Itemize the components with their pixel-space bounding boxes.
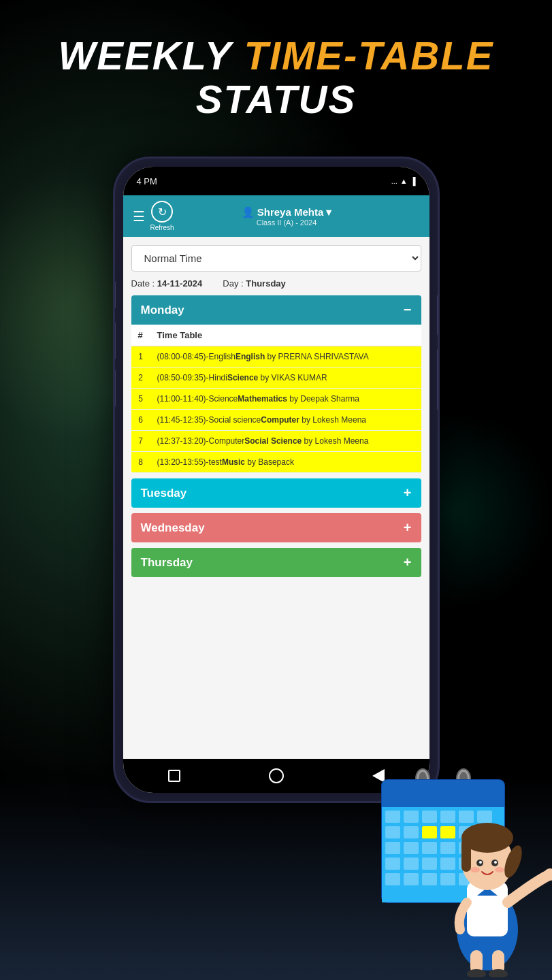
refresh-icon: ↻ — [151, 201, 173, 223]
status-time: 4 PM — [137, 176, 157, 186]
nav-square-icon — [168, 770, 180, 782]
user-class: Class II (A) - 2024 — [257, 218, 317, 227]
app-content: Normal Time Extended Time Short Day Date… — [123, 237, 429, 762]
nav-home-button[interactable] — [267, 766, 286, 785]
title-status: STATUS — [0, 78, 552, 121]
table-row: 6 (11:45-12:35)-Social scienceComputer b… — [131, 410, 421, 431]
svg-point-42 — [489, 969, 508, 977]
tuesday-label: Tuesday — [141, 487, 187, 500]
user-icon: 👤 — [242, 206, 255, 218]
wednesday-toggle[interactable]: + — [404, 520, 412, 536]
svg-rect-14 — [385, 826, 400, 838]
day-section-tuesday: Tuesday + — [131, 478, 421, 508]
phone-btn-vol-up — [113, 281, 116, 308]
table-row: 2 (08:50-09:35)-HindiScience by VIKAS KU… — [131, 368, 421, 389]
app-header: ☰ ↻ Refresh 👤 Shreya Mehta ▾ Class II (A… — [123, 195, 429, 237]
refresh-button[interactable]: ↻ Refresh — [150, 201, 174, 231]
status-icons: ... ▲ ▐ — [391, 177, 416, 185]
row-num: 7 — [131, 431, 150, 452]
user-name: 👤 Shreya Mehta ▾ — [242, 206, 332, 218]
svg-rect-26 — [385, 858, 400, 870]
dropdown-wrapper: Normal Time Extended Time Short Day — [131, 245, 421, 272]
svg-point-51 — [479, 861, 482, 864]
hamburger-icon[interactable]: ☰ — [133, 208, 145, 225]
header-left: ☰ ↻ Refresh — [133, 201, 174, 231]
page-title: WEEKLY TIME-TABLE STATUS — [0, 34, 552, 121]
day-label: Day : — [223, 278, 243, 289]
col-timetable-header: Time Table — [150, 325, 421, 346]
refresh-label: Refresh — [150, 224, 174, 231]
svg-point-53 — [470, 867, 480, 872]
svg-point-52 — [494, 861, 497, 864]
phone-container: 4 PM ... ▲ ▐ ☰ ↻ Refresh — [113, 157, 440, 803]
svg-point-54 — [495, 867, 504, 872]
row-num: 2 — [131, 368, 150, 389]
thursday-toggle[interactable]: + — [404, 555, 412, 570]
monday-toggle[interactable]: − — [404, 302, 412, 318]
row-content: (08:50-09:35)-HindiScience by VIKAS KUMA… — [150, 368, 421, 389]
thursday-header[interactable]: Thursday + — [131, 548, 421, 577]
day-value: Thursday — [246, 278, 286, 289]
svg-rect-47 — [461, 838, 471, 872]
svg-rect-32 — [385, 873, 400, 885]
tuesday-header[interactable]: Tuesday + — [131, 478, 421, 508]
row-content: (13:20-13:55)-testMusic by Basepack — [150, 452, 421, 473]
tuesday-toggle[interactable]: + — [404, 485, 412, 501]
nav-square-button[interactable] — [165, 766, 184, 785]
date-label: Date : — [131, 278, 155, 289]
header-center: 👤 Shreya Mehta ▾ Class II (A) - 2024 — [242, 206, 332, 227]
day-section-monday: Monday − # Time Table 1 — [131, 295, 421, 473]
phone-btn-vol-down — [113, 322, 116, 359]
dropdown-arrow[interactable]: ▾ — [326, 206, 331, 218]
nav-circle-icon — [269, 768, 284, 783]
thursday-label: Thursday — [141, 556, 193, 570]
wifi-icon: ▲ — [400, 177, 408, 185]
row-content: (12:37-13:20)-ComputerSocial Science by … — [150, 431, 421, 452]
row-content: (08:00-08:45)-EnglishEnglish by PRERNA S… — [150, 346, 421, 368]
row-num: 1 — [131, 346, 150, 368]
day-section-wednesday: Wednesday + — [131, 513, 421, 542]
monday-label: Monday — [141, 304, 184, 317]
signal-icon: ... — [391, 177, 397, 185]
title-timetable: TIME-TABLE — [244, 33, 494, 78]
title-weekly: WEEKLY — [59, 33, 232, 78]
time-type-select[interactable]: Normal Time Extended Time Short Day — [131, 245, 421, 272]
phone-btn-power — [437, 295, 440, 336]
row-num: 5 — [131, 389, 150, 410]
phone-screen: 4 PM ... ▲ ▐ ☰ ↻ Refresh — [123, 167, 429, 793]
table-row: 1 (08:00-08:45)-EnglishEnglish by PRERNA… — [131, 346, 421, 368]
row-content: (11:45-12:35)-Social scienceComputer by … — [150, 410, 421, 431]
date-row: Date : 14-11-2024 Day : Thursday — [131, 278, 421, 289]
table-row: 7 (12:37-13:20)-ComputerSocial Science b… — [131, 431, 421, 452]
svg-point-41 — [467, 969, 486, 977]
table-row: 8 (13:20-13:55)-testMusic by Basepack — [131, 452, 421, 473]
wednesday-label: Wednesday — [141, 521, 205, 535]
day-section-thursday: Thursday + — [131, 548, 421, 577]
col-num-header: # — [131, 325, 150, 346]
status-bar: 4 PM ... ▲ ▐ — [123, 167, 429, 195]
monday-header[interactable]: Monday − — [131, 295, 421, 325]
monday-timetable: # Time Table 1 (08:00-08:45)-EnglishEngl… — [131, 325, 421, 473]
notch — [236, 167, 317, 186]
svg-rect-8 — [385, 811, 400, 823]
phone-outer: 4 PM ... ▲ ▐ ☰ ↻ Refresh — [113, 157, 440, 803]
row-num: 6 — [131, 410, 150, 431]
phone-btn-left3 — [113, 370, 116, 407]
wednesday-header[interactable]: Wednesday + — [131, 513, 421, 542]
girl-character — [416, 705, 552, 980]
girl-svg — [416, 705, 552, 977]
table-row: 5 (11:00-11:40)-ScienceMathematics by De… — [131, 389, 421, 410]
date-value: 14-11-2024 — [157, 278, 203, 289]
phone-btn-right2 — [437, 349, 440, 410]
svg-rect-20 — [385, 842, 400, 854]
row-content: (11:00-11:40)-ScienceMathematics by Deep… — [150, 389, 421, 410]
row-num: 8 — [131, 452, 150, 473]
dropdown-row: Normal Time Extended Time Short Day — [131, 245, 421, 272]
battery-icon: ▐ — [410, 177, 416, 185]
